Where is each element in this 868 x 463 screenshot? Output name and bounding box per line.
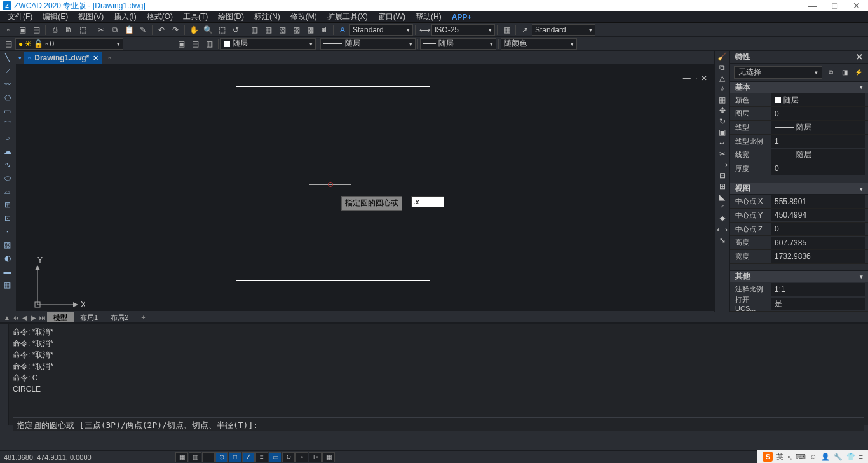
make-block-icon[interactable]: ⊡ xyxy=(2,212,13,224)
prop-row-ucs-open[interactable]: 打开 UCS...是 xyxy=(730,296,868,312)
ime-user-icon[interactable]: 👤 xyxy=(821,453,830,461)
tab-layout2[interactable]: 布局2 xyxy=(104,312,135,322)
erase-tool-icon[interactable]: 🧹 xyxy=(717,52,727,61)
prop-row-center-y[interactable]: 中心点 Y450.4994 xyxy=(730,209,868,223)
array-tool-icon[interactable]: ▦ xyxy=(719,95,726,104)
ime-punct[interactable]: •, xyxy=(787,453,792,460)
prop-row-width[interactable]: 宽度1732.9836 xyxy=(730,250,868,264)
ime-bar[interactable]: S 英 •, ⌨ ☺ 👤 🔧 👕 ≡ xyxy=(757,450,868,463)
dynamic-input[interactable] xyxy=(411,196,444,207)
drawing-area[interactable]: ▾ ▫ Drawing1.dwg* ✕ ▫ — ▫ ✕ 指定圆的圆心或 Y xyxy=(15,51,714,312)
xref-icon[interactable]: ▧ xyxy=(276,24,288,36)
prop-row-height[interactable]: 高度607.7385 xyxy=(730,236,868,250)
tab-dropdown-icon[interactable]: ▾ xyxy=(18,55,22,61)
tab-last-icon[interactable]: ⏭ xyxy=(38,314,47,321)
mleader-icon[interactable]: ↗ xyxy=(519,24,531,36)
menu-edit[interactable]: 编辑(E) xyxy=(37,11,73,22)
section-other-header[interactable]: 其他▾ xyxy=(730,270,868,282)
menu-file[interactable]: 文件(F) xyxy=(3,11,37,22)
tab-fwd-icon[interactable]: ▶ xyxy=(29,314,38,321)
prop-row-thickness[interactable]: 厚度0 xyxy=(730,162,868,176)
tab-model[interactable]: 模型 xyxy=(47,312,74,322)
lwt-toggle-icon[interactable]: ≡ xyxy=(255,452,268,462)
menu-draw[interactable]: 绘图(D) xyxy=(213,11,249,22)
prop-row-ltscale[interactable]: 线型比例1 xyxy=(730,135,868,149)
trim-tool-icon[interactable]: ✂ xyxy=(719,149,726,158)
osnap-toggle-icon[interactable]: □ xyxy=(229,452,241,462)
snap-toggle-icon[interactable]: ▥ xyxy=(189,452,201,462)
publish-icon[interactable]: ⬚ xyxy=(76,24,89,36)
selection-dropdown[interactable]: 无选择▾ xyxy=(734,66,822,79)
ortho-toggle-icon[interactable]: ∟ xyxy=(202,452,215,462)
model-toggle-icon[interactable]: ▫ xyxy=(295,452,308,462)
dim-aligned-icon[interactable]: ⤡ xyxy=(719,236,726,245)
fillet-tool-icon[interactable]: ◜ xyxy=(721,204,724,212)
region-tool-icon[interactable]: ▬ xyxy=(2,266,13,277)
command-history[interactable]: 命令: *取消* 命令: *取消* 命令: *取消* 命令: *取消* 命令: … xyxy=(9,324,868,425)
document-tab-active[interactable]: ▫ Drawing1.dwg* ✕ xyxy=(24,52,102,64)
section-basic-header[interactable]: 基本▾ xyxy=(730,81,868,93)
text-style-dropdown[interactable]: Standard▾ xyxy=(349,24,413,36)
ellipse-tool-icon[interactable]: ⬭ xyxy=(2,172,13,184)
section-view-header[interactable]: 视图▾ xyxy=(730,183,868,195)
tab-add[interactable]: + xyxy=(135,312,151,322)
new-tab-button[interactable]: ▫ xyxy=(104,52,115,64)
pan-icon[interactable]: ✋ xyxy=(187,24,200,36)
prop-row-color[interactable]: 颜色随层 xyxy=(730,93,868,107)
mdi-restore-icon[interactable]: ▫ xyxy=(695,74,697,83)
ime-face-icon[interactable]: ☺ xyxy=(810,453,817,460)
linetype-dropdown[interactable]: 随层▾ xyxy=(320,38,416,50)
prop-row-annoscale[interactable]: 注释比例1:1 xyxy=(730,282,868,296)
dim-style-dropdown[interactable]: ISO-25▾ xyxy=(431,24,495,36)
menu-window[interactable]: 窗口(W) xyxy=(373,11,410,22)
calculator-icon[interactable]: 🖩 xyxy=(318,24,330,36)
tab-close-icon[interactable]: ✕ xyxy=(93,54,98,62)
dim-linear-icon[interactable]: ⟷ xyxy=(717,225,728,234)
layer-prev-icon[interactable]: ▤ xyxy=(189,38,201,50)
stretch-tool-icon[interactable]: ↔ xyxy=(719,139,726,148)
text-style-icon[interactable]: A xyxy=(336,24,349,36)
menu-view[interactable]: 视图(V) xyxy=(73,11,109,22)
color-dropdown[interactable]: 随层▾ xyxy=(220,38,316,50)
arc-tool-icon[interactable]: ⌒ xyxy=(2,119,13,130)
match-icon[interactable]: ✎ xyxy=(137,24,149,36)
command-prompt[interactable]: 指定圆的圆心或 [三点(3P)/两点(2P)/切点、切点、半径(T)]: xyxy=(13,417,864,431)
grid-toggle-icon[interactable]: ▦ xyxy=(175,452,188,462)
prop-row-linetype[interactable]: 线型随层 xyxy=(730,121,868,135)
plotstyle-dropdown[interactable]: 随颜色▾ xyxy=(501,38,577,50)
polygon-tool-icon[interactable]: ⬠ xyxy=(2,92,13,104)
annoscale-icon[interactable]: ▦ xyxy=(322,452,335,462)
dim-style-icon[interactable]: ⟷ xyxy=(418,24,431,36)
spline-tool-icon[interactable]: ∿ xyxy=(2,159,13,170)
maximize-button[interactable]: □ xyxy=(832,1,837,11)
tool-palette-icon[interactable]: ▩ xyxy=(304,24,316,36)
menu-modify[interactable]: 修改(M) xyxy=(285,11,322,22)
tab-prev-icon[interactable]: ⏮ xyxy=(11,314,20,321)
revcloud-tool-icon[interactable]: ☁ xyxy=(2,146,13,157)
zoom-realtime-icon[interactable]: 🔍 xyxy=(201,24,214,36)
xline-tool-icon[interactable]: ⟋ xyxy=(2,66,13,77)
move-tool-icon[interactable]: ✥ xyxy=(719,106,726,115)
dyn-toggle-icon[interactable]: ▭ xyxy=(269,452,281,462)
hatch-tool-icon[interactable]: ▨ xyxy=(2,239,13,251)
rotate-tool-icon[interactable]: ↻ xyxy=(719,117,726,126)
cut-icon[interactable]: ✂ xyxy=(95,24,107,36)
menu-insert[interactable]: 插入(I) xyxy=(109,11,141,22)
zoom-window-icon[interactable]: ⬚ xyxy=(215,24,228,36)
table-tool-icon[interactable]: ▦ xyxy=(2,279,13,291)
tab-layout1[interactable]: 布局1 xyxy=(74,312,104,322)
circle-tool-icon[interactable]: ○ xyxy=(2,132,13,144)
polyline-tool-icon[interactable]: 〰 xyxy=(2,79,13,90)
sogou-icon[interactable]: S xyxy=(763,452,773,462)
menu-app-plus[interactable]: APP+ xyxy=(447,13,477,22)
select-objects-icon[interactable]: ◨ xyxy=(839,67,850,78)
layer-dropdown[interactable]: ● ☀ 🔓 ▫ 0▾ xyxy=(15,38,123,50)
table-style-icon[interactable]: ▦ xyxy=(500,24,513,36)
minimize-button[interactable]: — xyxy=(808,1,817,11)
cycle-toggle-icon[interactable]: ↻ xyxy=(282,452,295,462)
save-icon[interactable]: ▤ xyxy=(30,24,43,36)
preview-icon[interactable]: 🗎 xyxy=(62,24,75,36)
point-tool-icon[interactable]: · xyxy=(2,226,13,237)
polar-toggle-icon[interactable]: ⊙ xyxy=(215,452,228,462)
mirror-tool-icon[interactable]: △ xyxy=(719,74,725,83)
